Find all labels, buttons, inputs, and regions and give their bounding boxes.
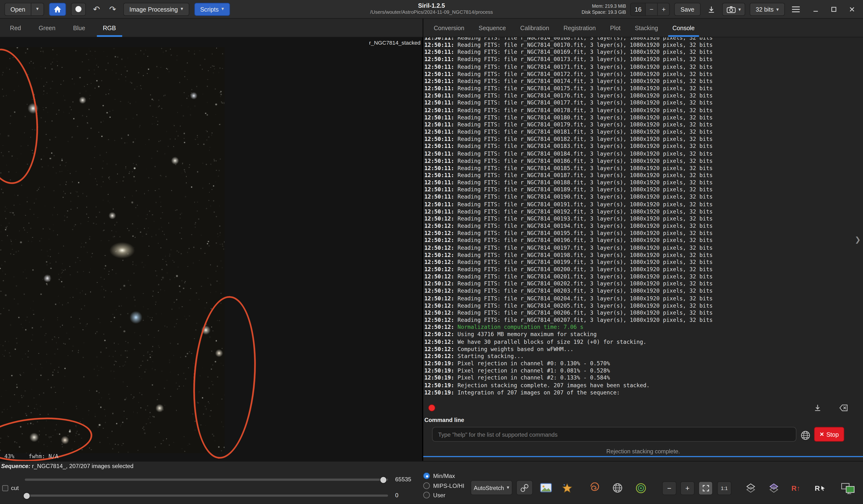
console-line: 12:50:11: Reading FITS: file r_NGC7814_0…	[424, 208, 860, 215]
console-line: 12:50:12: Reading FITS: file r_NGC7814_0…	[424, 287, 860, 295]
astrometry-button[interactable]	[587, 481, 603, 495]
scripts-button[interactable]: Scripts ▾	[194, 2, 230, 16]
open-split-button: Open ▾	[4, 2, 44, 16]
thread-decrement-button[interactable]: −	[645, 3, 657, 15]
console-line: 12:50:12: Reading FITS: file r_NGC7814_0…	[424, 258, 860, 266]
zoom-one-to-one-button[interactable]: 1:1	[717, 481, 731, 495]
tab-calibration[interactable]: Calibration	[513, 19, 556, 37]
console-line: 12:50:19: Pixel rejection in channel #1:…	[424, 367, 860, 374]
progress-bar	[423, 456, 863, 457]
save-as-button[interactable]	[705, 3, 717, 16]
tab-blue[interactable]: Blue	[64, 19, 94, 37]
console-panel: 12:50:11: Reading FITS: file r_NGC7814_0…	[423, 37, 863, 461]
tab-rgb[interactable]: RGB	[94, 19, 125, 37]
high-threshold-handle[interactable]	[380, 476, 387, 483]
resource-info: Mem: 219.3 MiB Disk Space: 19.3 GiB	[581, 3, 626, 15]
maximize-icon	[831, 7, 837, 12]
bit-depth-label: 32 bits	[756, 6, 774, 13]
panel-collapse-arrow[interactable]: ❯	[855, 235, 861, 244]
thread-increment-button[interactable]: +	[657, 3, 670, 15]
image-processing-button[interactable]: Image Processing ▾	[123, 2, 189, 16]
tab-plot[interactable]: Plot	[603, 19, 628, 37]
console-line: 12:50:12: Reading FITS: file r_NGC7814_0…	[424, 244, 860, 251]
tab-red[interactable]: Red	[1, 19, 30, 37]
chevron-down-icon: ▾	[36, 7, 39, 12]
snapshot-button[interactable]: ▾	[722, 3, 745, 16]
mode-user-option[interactable]: User	[423, 492, 446, 498]
bit-depth-dropdown[interactable]: 32 bits ▾	[750, 3, 785, 16]
red-channel-pick-button[interactable]: R	[812, 481, 828, 495]
record-icon	[75, 6, 82, 12]
tab-green[interactable]: Green	[30, 19, 64, 37]
cut-checkbox[interactable]	[2, 485, 8, 491]
display-mode-button[interactable]	[839, 481, 858, 495]
chevron-down-icon: ▾	[221, 7, 224, 12]
window-title-block: Siril-1.2.5 /Users/wouter/AstroPics/2024…	[294, 2, 569, 15]
console-log[interactable]: 12:50:11: Reading FITS: file r_NGC7814_0…	[424, 37, 860, 399]
tab-stacking[interactable]: Stacking	[628, 19, 665, 37]
working-directory: /Users/wouter/AstroPics/2024-11-09_NGC78…	[294, 9, 569, 15]
titlebar-left: Open ▾ ↶ ↷ Image Processing ▾ Scripts ▾	[0, 2, 230, 16]
high-threshold-value: 65535	[395, 476, 411, 482]
mode-minmax-option[interactable]: Min/Max	[423, 473, 455, 479]
stretch-mode-dropdown[interactable]: AutoStretch ▾	[471, 480, 512, 495]
console-line: 12:50:11: Reading FITS: file r_NGC7814_0…	[424, 77, 860, 85]
network-button[interactable]	[798, 428, 813, 442]
target-icon	[635, 482, 647, 494]
console-line: 12:50:11: Reading FITS: file r_NGC7814_0…	[424, 56, 860, 63]
undo-icon: ↶	[93, 4, 100, 14]
zoom-in-button[interactable]: +	[680, 481, 695, 495]
logging-indicator-icon[interactable]	[428, 404, 436, 411]
tab-registration[interactable]: Registration	[556, 19, 603, 37]
low-threshold-handle[interactable]	[23, 492, 30, 500]
red-channel-up-button[interactable]: R↑	[788, 481, 804, 495]
home-button[interactable]	[49, 2, 66, 16]
console-line: 12:50:12: Using 43716 MB memory maximum …	[424, 331, 860, 338]
fit-window-icon	[701, 484, 710, 492]
thread-count-value[interactable]: 16	[631, 3, 645, 15]
command-line-label: Command line	[424, 416, 464, 423]
command-input[interactable]	[432, 427, 796, 442]
clear-log-icon	[839, 403, 848, 412]
mode-minmax-label: Min/Max	[433, 473, 455, 479]
console-line: 12:50:11: Reading FITS: file r_NGC7814_0…	[424, 135, 860, 143]
bottom-bar: Sequence: r_NGC7814_, 207/207 images sel…	[0, 461, 863, 504]
minimize-button[interactable]	[810, 4, 821, 15]
save-button[interactable]: Save	[674, 3, 700, 16]
close-button[interactable]	[847, 4, 858, 15]
redo-button[interactable]: ↷	[107, 2, 118, 16]
maximize-button[interactable]	[828, 4, 839, 15]
menu-button[interactable]	[789, 3, 803, 16]
tab-console[interactable]: Console	[665, 19, 702, 37]
wcs-grid-button[interactable]	[610, 481, 625, 495]
console-line: 12:50:11: Reading FITS: file r_NGC7814_0…	[424, 99, 860, 106]
zoom-level: 43%	[4, 453, 14, 460]
fwhm-readout: fwhm: N/A	[29, 453, 59, 460]
console-line: 12:50:11: Reading FITS: file r_NGC7814_0…	[424, 70, 860, 77]
stop-button[interactable]: ✕ Stop	[814, 427, 844, 442]
open-button[interactable]: Open	[4, 2, 31, 16]
console-line: 12:50:11: Reading FITS: file r_NGC7814_0…	[424, 171, 860, 179]
quality-star-button[interactable]	[559, 481, 575, 495]
status-message: Rejection stacking complete.	[423, 448, 863, 454]
console-line: 12:50:11: Reading FITS: file r_NGC7814_0…	[424, 143, 860, 150]
clear-log-button[interactable]	[837, 401, 850, 414]
undo-button[interactable]: ↶	[91, 2, 102, 16]
open-dropdown-button[interactable]: ▾	[31, 2, 44, 16]
tab-sequence[interactable]: Sequence	[472, 19, 513, 37]
mirror-y-button[interactable]	[766, 481, 781, 495]
photometry-button[interactable]	[538, 481, 554, 495]
zoom-out-button[interactable]: −	[662, 481, 676, 495]
low-threshold-slider[interactable]	[25, 495, 388, 497]
annotations-button[interactable]	[633, 481, 648, 495]
high-threshold-slider[interactable]	[25, 479, 388, 481]
export-log-button[interactable]	[811, 401, 824, 414]
tab-conversion[interactable]: Conversion	[427, 19, 472, 37]
link-channels-button[interactable]	[516, 480, 533, 495]
fit-to-window-button[interactable]	[698, 481, 713, 495]
mode-mips-option[interactable]: MIPS-LO/HI	[423, 482, 464, 489]
record-button[interactable]	[71, 2, 86, 16]
console-line: 12:50:12: Reading FITS: file r_NGC7814_0…	[424, 251, 860, 258]
mirror-x-button[interactable]	[743, 481, 759, 495]
radio-minmax-icon	[423, 473, 430, 479]
